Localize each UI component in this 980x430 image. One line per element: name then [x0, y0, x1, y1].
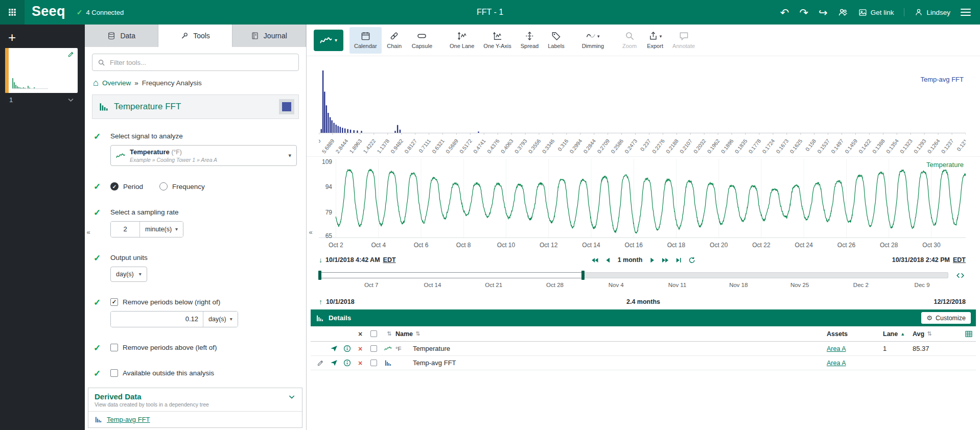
sort-name-icon[interactable]: ⇅ [415, 330, 420, 337]
column-settings-icon[interactable] [965, 330, 973, 338]
new-worksheet-button[interactable]: + [8, 31, 21, 44]
user-menu[interactable]: Lindsey [904, 8, 950, 16]
sampling-rate-input[interactable] [111, 222, 139, 237]
customize-button[interactable]: ⚙ Customize [921, 312, 971, 324]
navigate-to-item-icon[interactable] [330, 359, 338, 367]
home-icon[interactable]: ⌂ [93, 78, 99, 87]
tab-journal[interactable]: Journal [232, 25, 306, 47]
toolbar-button-dimming[interactable]: ▾Dimming [577, 27, 609, 54]
temperature-chart[interactable]: Oct 2Oct 4Oct 6Oct 8Oct 10Oct 12Oct 14Oc… [319, 157, 966, 252]
scrubber-right-handle[interactable] [581, 271, 585, 280]
toolbar-button-one-lane[interactable]: One Lane [445, 27, 479, 54]
toolbar-button-calendar[interactable]: Calendar [349, 27, 382, 54]
radio-period[interactable]: ✓ Period [110, 182, 143, 190]
redo-icon[interactable]: ↷ [799, 7, 808, 18]
available-outside-checkbox[interactable]: Available outside this analysis [110, 369, 297, 377]
display-range-bar: ↓ 10/1/2018 4:42 AM EDT 1 month 10/31/20… [307, 251, 980, 269]
expand-range-icon[interactable] [956, 271, 965, 280]
remove-above-checkbox[interactable]: Remove periods above (left of) [110, 344, 297, 351]
auto-update-icon[interactable] [688, 256, 695, 264]
details-row-temperature[interactable]: ×°FTemperatureArea A185.37 [311, 342, 976, 356]
radio-frequency[interactable]: Frequency [159, 182, 205, 190]
sampling-unit-select[interactable]: minute(s)▾ [139, 222, 183, 237]
app-launcher-button[interactable] [0, 0, 25, 25]
lane-column-header[interactable]: Lane▲ [883, 330, 913, 338]
connection-status[interactable]: ✓ 4 Connected [77, 8, 124, 16]
breadcrumb-overview-link[interactable]: Overview [102, 79, 131, 87]
svg-text:0.1264: 0.1264 [926, 138, 941, 155]
labels-icon [551, 31, 561, 41]
svg-text:0.3793: 0.3793 [513, 138, 528, 155]
tab-data[interactable]: Data [85, 25, 158, 47]
remove-below-unit-select[interactable]: day(s)▾ [203, 312, 238, 327]
fft-chart[interactable]: 05.68892.84441.89631.42221.13780.94820.8… [319, 56, 966, 156]
remove-item-icon[interactable]: × [358, 345, 362, 352]
worksheet-thumbnail[interactable] [5, 48, 78, 93]
duration-label[interactable]: 1 month [618, 256, 643, 264]
edit-item-icon[interactable] [317, 359, 324, 367]
assets-column-header[interactable]: Assets [827, 330, 883, 338]
asset-link[interactable]: Area A [827, 360, 846, 367]
svg-text:0.1537: 0.1537 [816, 138, 831, 155]
avg-column-header[interactable]: Avg⇅ [913, 330, 949, 338]
filter-tools-input[interactable] [110, 59, 293, 66]
worksheet-edit-icon [67, 51, 75, 58]
toolbar-button-labels[interactable]: Labels [543, 27, 569, 54]
toolbar-button-capsule[interactable]: Capsule [407, 27, 437, 54]
toolbar-button-chain[interactable]: Chain [382, 27, 407, 54]
step-to-end-icon[interactable] [674, 256, 682, 264]
fft-lane[interactable]: 05.68892.84441.89631.42221.13780.94820.8… [307, 56, 980, 156]
time-scrubber-track[interactable] [319, 272, 948, 278]
name-column-header[interactable]: Name [395, 330, 413, 338]
color-picker-button[interactable] [279, 99, 294, 114]
select-item-checkbox[interactable] [370, 360, 377, 366]
step-back-icon[interactable] [604, 256, 612, 264]
timezone-link-end[interactable]: EDT [953, 256, 966, 264]
asset-link[interactable]: Area A [827, 345, 846, 352]
derived-item-link[interactable]: Temp-avg FFT [107, 416, 150, 423]
temperature-lane[interactable]: Oct 2Oct 4Oct 6Oct 8Oct 10Oct 12Oct 14Oc… [307, 156, 980, 251]
derived-data-header[interactable]: Derived Data [88, 388, 302, 401]
svg-text:0.2473: 0.2473 [623, 138, 638, 155]
time-scrubber-selection[interactable] [319, 272, 584, 278]
tool-color-swatch [282, 102, 291, 111]
investigate-range-bar: ↑ 10/1/2018 2.4 months 12/12/2018 [307, 294, 980, 309]
investigate-range-start: 10/1/2018 [326, 298, 355, 305]
sort-type-icon[interactable]: ⇅ [387, 330, 391, 337]
details-row-temp-avg-fft[interactable]: ×Temp-avg FFTArea A [311, 356, 976, 370]
get-link-button[interactable]: Get link [858, 8, 894, 17]
collapse-worksheet-sidebar-handle[interactable]: « [85, 225, 92, 239]
filter-tools-search [92, 54, 299, 71]
step-forward-icon[interactable] [648, 256, 656, 264]
undo-icon[interactable]: ↶ [780, 7, 789, 18]
users-icon[interactable] [838, 7, 848, 17]
step-back-full-icon[interactable] [591, 256, 599, 264]
remove-below-input[interactable] [111, 312, 203, 327]
remove-item-icon[interactable]: × [358, 360, 362, 367]
output-units-select[interactable]: day(s)▾ [110, 267, 147, 282]
toolbar-button-one-y-axis[interactable]: One Y-Axis [479, 27, 516, 54]
trend-toolbar: ▾ CalendarChainCapsuleOne LaneOne Y-Axis… [307, 25, 980, 56]
chart-type-button[interactable]: ▾ [314, 30, 343, 51]
item-name: Temp-avg FFT [413, 359, 827, 367]
share-icon[interactable]: ↪ [819, 7, 828, 18]
remove-all-header-icon[interactable]: × [354, 330, 367, 338]
timezone-link-start[interactable]: EDT [383, 256, 396, 264]
signal-select-dropdown[interactable]: Temperature (°F) Example » Cooling Tower… [110, 145, 297, 166]
select-item-checkbox[interactable] [370, 345, 377, 352]
toolbar-button-export[interactable]: ▾Export [642, 27, 668, 54]
derived-data-item[interactable]: Temp-avg FFT [88, 411, 302, 427]
toolbar-button-spread[interactable]: Spread [516, 27, 543, 54]
remove-below-checkbox[interactable]: ✓ Remove periods below (right of) [110, 298, 297, 306]
scrubber-left-handle[interactable] [318, 271, 321, 280]
step-forward-full-icon[interactable] [661, 256, 669, 264]
navigate-to-item-icon[interactable] [330, 345, 338, 352]
chevron-down-icon[interactable] [288, 393, 296, 401]
select-all-checkbox[interactable] [370, 330, 377, 337]
main-menu-button[interactable] [961, 9, 971, 16]
worksheet-menu-chevron-icon[interactable] [67, 96, 75, 104]
item-info-icon[interactable] [343, 345, 351, 352]
tab-tools[interactable]: Tools [158, 25, 232, 47]
item-info-icon[interactable] [343, 359, 351, 367]
collapse-tools-panel-handle[interactable]: « [307, 225, 314, 239]
